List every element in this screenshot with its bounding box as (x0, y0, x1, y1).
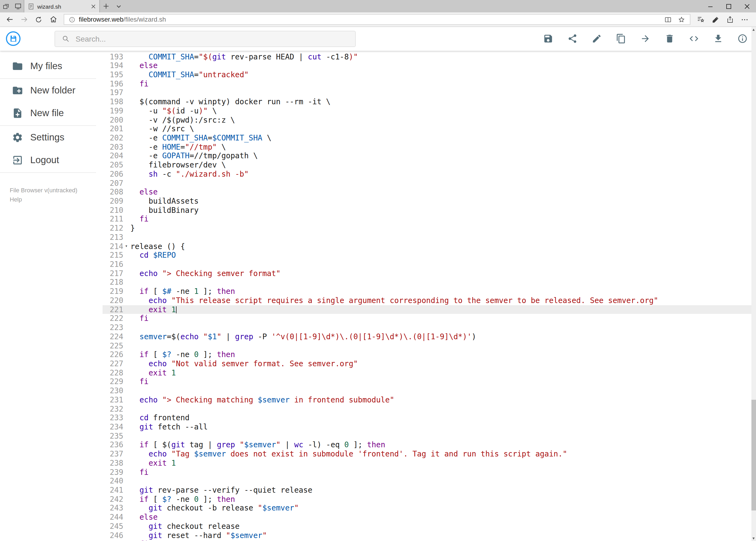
code-text[interactable] (128, 260, 751, 269)
back-button[interactable] (2, 13, 17, 26)
new-tab-button[interactable] (100, 0, 112, 12)
code-line[interactable]: 244 else (103, 513, 751, 522)
code-line[interactable]: 199 -u "$(id -u)" \ (103, 106, 751, 115)
code-line[interactable]: 194 else (103, 61, 751, 70)
code-text[interactable]: fi (128, 314, 751, 323)
sidebar-item-logout[interactable]: Logout (0, 149, 103, 172)
code-line[interactable]: 232 (103, 404, 751, 413)
filebrowser-logo-icon[interactable] (6, 32, 21, 46)
move-button[interactable] (639, 32, 652, 45)
code-line[interactable]: 236 if [ $(git tag | grep "$semver" | wc… (103, 440, 751, 449)
share-file-button[interactable] (566, 32, 579, 45)
code-text[interactable]: if [ $(git tag | grep "$semver" | wc -l)… (128, 440, 751, 449)
code-line[interactable]: 234 git fetch --all (103, 422, 751, 431)
window-minimize-button[interactable] (701, 0, 719, 12)
code-line[interactable]: 222 fi (103, 314, 751, 323)
code-line[interactable]: 245 git checkout release (103, 522, 751, 531)
code-text[interactable] (128, 404, 751, 413)
code-line[interactable]: 196 fi (103, 79, 751, 88)
code-text[interactable]: buildBinary (128, 206, 751, 215)
code-text[interactable]: sh -c "./wizard.sh -b" (128, 170, 751, 179)
code-text[interactable]: cd frontend (128, 413, 751, 422)
save-button[interactable] (542, 32, 555, 45)
code-text[interactable]: buildAssets (128, 197, 751, 206)
code-line[interactable]: 215 cd $REPO (103, 251, 751, 260)
copy-button[interactable] (615, 32, 628, 45)
code-text[interactable]: git checkout release (128, 522, 751, 531)
code-text[interactable]: git fetch --all (128, 422, 751, 431)
code-line[interactable]: 238 exit 1 (103, 459, 751, 467)
code-text[interactable]: if [ $? -ne 0 ]; then (128, 495, 751, 503)
code-text[interactable] (128, 477, 751, 486)
code-line[interactable]: 235 (103, 431, 751, 440)
more-options-button[interactable] (737, 13, 752, 26)
fold-marker-icon[interactable]: ▾ (124, 242, 128, 251)
share-button[interactable] (722, 13, 737, 26)
vertical-scrollbar[interactable] (751, 27, 756, 541)
code-text[interactable]: git reset --hard "$semver" (128, 531, 751, 540)
code-text[interactable] (128, 88, 751, 97)
help-link[interactable]: Help (10, 195, 22, 204)
code-line[interactable]: 203 -e HOME="//tmp" \ (103, 142, 751, 151)
code-text[interactable]: exit 1 (128, 368, 751, 377)
code-text[interactable] (128, 278, 751, 287)
sidebar-item-my-files[interactable]: My files (0, 55, 103, 78)
code-text[interactable]: echo "Tag $semver does not exist in subm… (128, 449, 751, 458)
scrollbar-thumb[interactable] (751, 400, 756, 510)
code-line[interactable]: 197 (103, 88, 751, 97)
code-line[interactable]: 230 (103, 386, 751, 395)
code-text[interactable]: -w //src \ (128, 125, 751, 134)
code-line[interactable]: 193 COMMIT_SHA="$(git rev-parse HEAD | c… (103, 52, 751, 61)
code-editor[interactable]: 193 COMMIT_SHA="$(git rev-parse HEAD | c… (103, 51, 751, 541)
code-text[interactable]: echo "This release script requires a sin… (128, 296, 751, 305)
sidebar-item-new-file[interactable]: New file (0, 102, 103, 125)
code-line[interactable]: 209 buildAssets (103, 197, 751, 206)
code-line[interactable]: 223 (103, 323, 751, 332)
code-line[interactable]: 231 echo "> Checking matching $semver in… (103, 395, 751, 404)
web-note-button[interactable] (708, 13, 722, 26)
code-line[interactable]: 242 if [ $? -ne 0 ]; then (103, 495, 751, 503)
code-text[interactable]: if [ $? -ne 0 ]; then (128, 350, 751, 359)
code-line[interactable]: 240 (103, 477, 751, 486)
code-text[interactable] (128, 341, 751, 350)
code-line[interactable]: 237 echo "Tag $semver does not exist in … (103, 449, 751, 458)
delete-button[interactable] (663, 32, 676, 45)
code-line[interactable]: 228 exit 1 (103, 368, 751, 377)
code-text[interactable]: fi (128, 540, 751, 541)
code-text[interactable]: COMMIT_SHA="$(git rev-parse HEAD | cut -… (128, 52, 751, 61)
code-line[interactable]: 241 git rev-parse --verify --quiet relea… (103, 486, 751, 495)
code-line[interactable]: 229 fi (103, 377, 751, 386)
scrollbar-up-button[interactable] (751, 27, 756, 32)
code-text[interactable]: git rev-parse --verify --quiet release (128, 486, 751, 495)
code-text[interactable]: -e HOME="//tmp" \ (128, 142, 751, 151)
code-text[interactable]: else (128, 188, 751, 197)
browser-tab[interactable]: wizard.sh (24, 0, 100, 12)
code-line[interactable]: 220 echo "This release script requires a… (103, 296, 751, 305)
code-text[interactable]: -e COMMIT_SHA=$COMMIT_SHA \ (128, 134, 751, 142)
code-line[interactable]: 198 $(command -v winpty) docker run --rm… (103, 97, 751, 106)
code-text[interactable]: semver=$(echo "$1" | grep -P '^v(0|[1-9]… (128, 332, 751, 341)
site-info-icon[interactable] (69, 16, 76, 23)
favorite-star-icon[interactable] (677, 15, 685, 24)
code-line[interactable]: 207 (103, 179, 751, 188)
code-line[interactable]: 239 fi (103, 467, 751, 476)
code-text[interactable] (128, 323, 751, 332)
code-line[interactable]: 246 git reset --hard "$semver" (103, 531, 751, 540)
reading-view-icon[interactable] (664, 15, 672, 24)
hub-favorites-button[interactable] (693, 13, 708, 26)
code-text[interactable]: -v /$(pwd):/src:z \ (128, 115, 751, 124)
code-text[interactable] (128, 179, 751, 188)
code-line[interactable]: 233 cd frontend (103, 413, 751, 422)
code-view-button[interactable] (687, 32, 700, 45)
code-line[interactable]: 226 if [ $? -ne 0 ]; then (103, 350, 751, 359)
scrollbar-down-button[interactable] (751, 536, 756, 541)
code-text[interactable]: -e GOPATH=//tmp/gopath \ (128, 152, 751, 161)
code-line[interactable]: 214▾release () { (103, 242, 751, 251)
code-text[interactable]: git checkout -b release "$semver" (128, 504, 751, 513)
code-text[interactable]: release () { (128, 242, 751, 251)
tab-list-chevron-icon[interactable] (112, 0, 125, 12)
code-text[interactable]: exit 1 (128, 305, 751, 314)
forward-button[interactable] (17, 13, 31, 26)
code-line[interactable]: 195 COMMIT_SHA="untracked" (103, 70, 751, 79)
code-line[interactable]: 221 exit 1 (103, 305, 751, 314)
